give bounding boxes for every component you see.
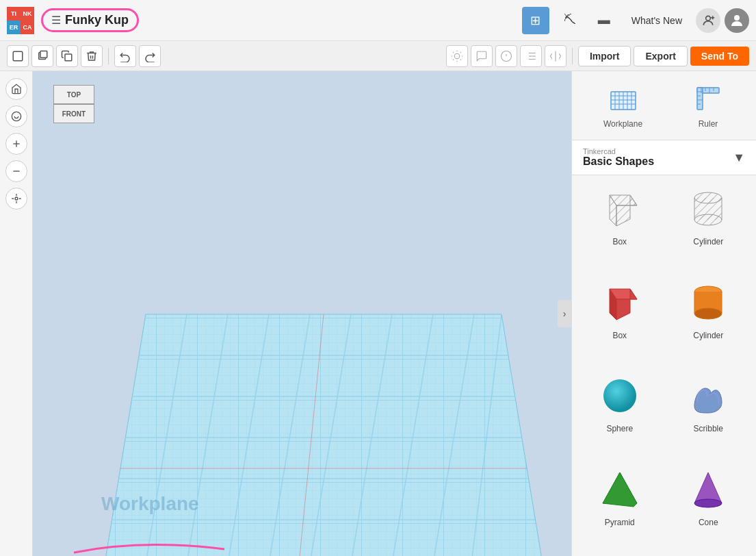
shape-box-gray-label: Box <box>612 237 627 247</box>
align-left-button[interactable] <box>520 45 542 67</box>
home-view-button[interactable] <box>5 78 27 100</box>
svg-point-90 <box>603 379 636 412</box>
svg-point-30 <box>15 197 18 200</box>
grid-canvas <box>33 71 571 556</box>
build-view-button[interactable]: ⛏ <box>556 7 584 34</box>
shape-sphere-label: Sphere <box>606 424 633 433</box>
svg-point-81 <box>694 214 722 225</box>
svg-rect-6 <box>40 51 47 58</box>
zoom-out-button[interactable] <box>5 160 27 182</box>
shape-pyramid-image <box>592 466 647 514</box>
shape-item-sphere[interactable]: Sphere <box>579 369 661 456</box>
svg-line-11 <box>453 52 454 53</box>
whats-new-button[interactable]: What's New <box>625 11 689 30</box>
svg-point-8 <box>454 53 460 59</box>
import-button[interactable]: Import <box>578 46 631 66</box>
shape-cone-image <box>681 466 735 514</box>
shape-item-box-red[interactable]: Box <box>579 276 661 363</box>
logo[interactable]: TI NK ER CA <box>7 7 34 34</box>
shape-item-cylinder-orange[interactable]: Cylinder <box>668 276 750 363</box>
shape-item-pyramid[interactable]: Pyramid <box>579 463 661 550</box>
svg-rect-4 <box>13 51 23 61</box>
svg-rect-7 <box>65 54 72 61</box>
shape-box-gray-image <box>592 185 647 233</box>
viewport[interactable]: TOP FRONT <box>33 71 571 556</box>
ruler-tool[interactable]: Ruler <box>692 82 725 129</box>
grid-view-button[interactable]: ⊞ <box>522 7 549 34</box>
user-area <box>696 8 749 33</box>
toolbar-separator-1 <box>108 48 109 64</box>
logo-bl: ER <box>7 21 21 34</box>
workplane-tool[interactable]: Workplane <box>603 82 642 129</box>
shapes-category-large-label: Basic Shapes <box>583 155 654 168</box>
shape-cylinder-gray-image <box>681 185 735 233</box>
svg-point-0 <box>706 16 711 21</box>
fit-view-button[interactable] <box>5 188 27 210</box>
copy-button[interactable] <box>56 45 78 67</box>
svg-marker-92 <box>603 472 637 507</box>
svg-point-26 <box>12 112 21 121</box>
shape-box-red-image <box>592 279 647 327</box>
blocks-view-button[interactable]: ▬ <box>590 7 618 34</box>
shapes-dropdown-arrow-icon[interactable]: ▼ <box>733 151 745 165</box>
project-name[interactable]: Funky Kup <box>65 13 129 27</box>
logo-tl: TI <box>7 7 21 21</box>
message-icon-button[interactable] <box>471 45 493 67</box>
ruler-tool-label: Ruler <box>699 119 718 129</box>
svg-marker-93 <box>694 472 722 503</box>
shape-cylinder-gray-label: Cylinder <box>693 237 723 247</box>
pink-annotation <box>33 535 238 556</box>
toolbar-separator-2 <box>572 48 573 64</box>
right-panel: Workplane <box>571 71 756 556</box>
shape-item-cylinder-gray[interactable]: Cylinder <box>668 182 750 269</box>
avatar[interactable] <box>725 8 749 33</box>
workplane-label: Workplane <box>101 493 199 515</box>
shapes-category-selector[interactable]: Tinkercad Basic Shapes ▼ <box>572 140 756 175</box>
shape-scribble-label: Scribble <box>694 424 723 433</box>
zoom-in-button[interactable] <box>5 133 27 155</box>
ruler-tool-icon <box>692 82 725 115</box>
send-to-button[interactable]: Send To <box>690 47 749 66</box>
workplane-tool-label: Workplane <box>603 119 642 129</box>
undo-button[interactable] <box>114 45 136 67</box>
svg-rect-63 <box>697 88 703 110</box>
shape-item-box-gray[interactable]: Box <box>579 182 661 269</box>
toolbar: Import Export Send To <box>0 41 756 71</box>
shape-item-scribble[interactable]: Scribble <box>668 369 750 456</box>
menu-icon[interactable]: ☰ <box>51 14 61 27</box>
shape-cylinder-orange-image <box>681 279 735 327</box>
left-panel <box>0 71 33 556</box>
mirror-button[interactable] <box>545 45 566 67</box>
workplane-tool-icon <box>607 82 640 115</box>
logo-br: CA <box>21 21 34 34</box>
project-name-wrapper: ☰ Funky Kup <box>41 8 139 32</box>
shapes-category-small-label: Tinkercad <box>583 147 654 155</box>
right-tools: Workplane <box>572 71 756 140</box>
rotate-view-button[interactable] <box>5 105 27 127</box>
svg-line-15 <box>453 59 454 60</box>
shape-scribble-image <box>681 372 735 420</box>
delete-button[interactable] <box>81 45 103 67</box>
circle-icon-button[interactable] <box>495 45 517 67</box>
svg-line-12 <box>460 59 461 60</box>
shape-pyramid-label: Pyramid <box>605 518 635 527</box>
light-icon-button[interactable] <box>446 45 468 67</box>
grid-lines-h <box>94 314 553 556</box>
logo-tr: NK <box>21 7 34 21</box>
shape-box-red-label: Box <box>612 331 627 340</box>
collapse-panel-button[interactable]: › <box>558 300 571 327</box>
svg-point-89 <box>694 308 722 319</box>
svg-point-94 <box>694 499 722 507</box>
shape-sphere-image <box>592 372 647 420</box>
shape-item-cone[interactable]: Cone <box>668 463 750 550</box>
shapes-grid: Box <box>572 175 756 556</box>
svg-line-16 <box>460 52 461 53</box>
header: TI NK ER CA ☰ Funky Kup ⊞ ⛏ ▬ What's New <box>0 0 756 41</box>
redo-button[interactable] <box>139 45 161 67</box>
svg-point-3 <box>734 15 740 21</box>
export-button[interactable]: Export <box>634 46 687 66</box>
shape-cylinder-orange-label: Cylinder <box>693 331 723 340</box>
add-user-button[interactable] <box>696 8 720 33</box>
duplicate-button[interactable] <box>31 45 53 67</box>
new-button[interactable] <box>7 45 29 67</box>
